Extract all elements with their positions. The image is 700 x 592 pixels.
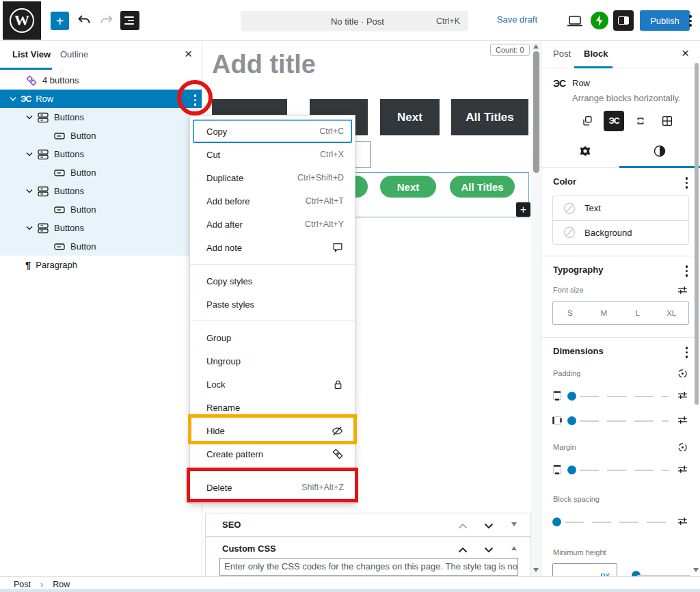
chevron-down-icon[interactable]: [25, 226, 34, 230]
expand-triangle-icon[interactable]: [511, 546, 517, 550]
text-color-row[interactable]: Text: [553, 196, 688, 220]
jetpack-icon[interactable]: [591, 12, 608, 29]
slider-track[interactable]: [580, 396, 669, 398]
sidebar-scrollbar-thumb[interactable]: [695, 63, 699, 405]
menu-item-rename[interactable]: Rename: [190, 396, 355, 419]
more-options-icon[interactable]: [689, 15, 692, 27]
slider-settings-icon[interactable]: [676, 389, 689, 405]
custom-css-textarea[interactable]: Enter only the CSS codes for the changes…: [219, 558, 518, 576]
publish-button[interactable]: Publish: [640, 10, 690, 31]
menu-item-create-pattern[interactable]: Create pattern: [190, 442, 355, 466]
block-append-button[interactable]: +: [516, 202, 530, 217]
chevron-up-icon[interactable]: [458, 520, 468, 532]
font-size-settings-icon[interactable]: [676, 284, 689, 299]
dark-button-next[interactable]: Next: [380, 99, 440, 135]
settings-sidebar-toggle[interactable]: [613, 10, 634, 31]
slider-track[interactable]: [565, 522, 669, 524]
slider-handle[interactable]: [552, 517, 561, 526]
link-sides-icon[interactable]: [676, 367, 689, 383]
link-sides-icon[interactable]: [676, 441, 689, 457]
row-variation-icon[interactable]: ЭС: [604, 111, 624, 131]
save-draft-button[interactable]: Save draft: [497, 14, 537, 25]
chevron-down-icon[interactable]: [25, 152, 34, 157]
custom-css-metabox[interactable]: Custom CSS Enter only the CSS codes for …: [205, 537, 531, 576]
menu-item-group[interactable]: Group: [190, 326, 355, 349]
tree-item-pattern[interactable]: 4 buttons: [0, 71, 202, 90]
menu-item-add-before[interactable]: Add before Ctrl+Alt+T: [190, 189, 355, 213]
background-color-row[interactable]: Background: [553, 220, 688, 244]
tree-item-buttons[interactable]: Buttons: [0, 145, 202, 163]
menu-item-hide[interactable]: Hide: [190, 419, 355, 442]
tab-outline[interactable]: Outline: [60, 49, 88, 59]
block-options-kebab-icon[interactable]: [194, 94, 197, 106]
post-title-placeholder[interactable]: Add title: [212, 50, 316, 79]
group-variation-icon[interactable]: [577, 111, 597, 131]
add-block-button[interactable]: +: [51, 12, 69, 30]
font-size-m[interactable]: M: [587, 302, 621, 324]
document-overview-toggle[interactable]: [120, 11, 139, 30]
green-button-all-titles[interactable]: All Titles: [450, 176, 515, 198]
close-icon[interactable]: ×: [682, 46, 689, 61]
tab-list-view[interactable]: List View: [12, 49, 51, 59]
tree-item-buttons[interactable]: Buttons: [0, 182, 202, 200]
chevron-up-icon[interactable]: [458, 543, 468, 556]
slider-handle[interactable]: [567, 416, 576, 425]
tree-item-buttons[interactable]: Buttons: [0, 108, 202, 126]
scrollbar-thumb[interactable]: [533, 51, 539, 173]
margin-slider[interactable]: [552, 458, 689, 481]
chevron-down-icon[interactable]: [484, 543, 494, 556]
chevron-down-icon[interactable]: [8, 96, 18, 101]
preview-icon[interactable]: [566, 13, 584, 29]
tree-item-button[interactable]: Button: [0, 163, 202, 182]
menu-item-ungroup[interactable]: Ungroup: [190, 349, 355, 373]
tree-item-button[interactable]: Button: [0, 200, 202, 219]
seo-metabox[interactable]: SEO: [205, 513, 531, 537]
scroll-down-icon[interactable]: [693, 568, 699, 572]
stack-variation-icon[interactable]: [630, 111, 651, 131]
breadcrumb-row[interactable]: Row: [53, 580, 70, 589]
chevron-down-icon[interactable]: [484, 520, 494, 532]
menu-item-add-note[interactable]: Add note: [190, 236, 355, 259]
menu-item-cut[interactable]: Cut Ctrl+X: [190, 143, 355, 166]
menu-item-duplicate[interactable]: Duplicate Ctrl+Shift+D: [190, 166, 355, 189]
tree-item-paragraph[interactable]: ¶ Paragraph: [0, 256, 202, 274]
padding-horizontal-slider[interactable]: [552, 409, 689, 432]
menu-item-copy[interactable]: Copy Ctrl+C: [193, 120, 352, 143]
slider-settings-icon[interactable]: [676, 463, 689, 479]
typography-options-icon[interactable]: [686, 265, 688, 277]
menu-item-add-after[interactable]: Add after Ctrl+Alt+Y: [190, 213, 355, 236]
slider-settings-icon[interactable]: [676, 515, 689, 530]
font-size-l[interactable]: L: [621, 302, 655, 324]
menu-item-delete[interactable]: Delete Shift+Alt+Z: [190, 476, 355, 499]
tree-item-button[interactable]: Button: [0, 126, 202, 145]
chevron-down-icon[interactable]: [25, 115, 34, 120]
slider-handle[interactable]: [567, 392, 576, 401]
tab-post[interactable]: Post: [553, 49, 571, 59]
tab-block[interactable]: Block: [584, 49, 608, 59]
command-palette-bar[interactable]: No title · Post Ctrl+K: [241, 11, 468, 31]
menu-item-copy-styles[interactable]: Copy styles: [190, 269, 355, 293]
tree-item-buttons[interactable]: Buttons: [0, 219, 202, 237]
tree-item-row-selected[interactable]: ЭС Row: [0, 90, 202, 108]
slider-track[interactable]: [580, 420, 669, 422]
slider-settings-icon[interactable]: [676, 414, 689, 429]
color-options-icon[interactable]: [686, 177, 688, 189]
slider-handle[interactable]: [567, 466, 576, 474]
menu-item-lock[interactable]: Lock: [190, 373, 355, 396]
canvas-scrollbar[interactable]: [531, 42, 541, 576]
redo-icon[interactable]: [98, 12, 115, 29]
font-size-s[interactable]: S: [553, 302, 587, 324]
scroll-up-icon[interactable]: [533, 44, 539, 49]
wordpress-logo[interactable]: W: [3, 1, 41, 40]
dimensions-options-icon[interactable]: [686, 347, 688, 358]
menu-item-paste-styles[interactable]: Paste styles: [190, 293, 355, 316]
chevron-down-icon[interactable]: [25, 189, 34, 193]
green-button-next[interactable]: Next: [380, 176, 436, 198]
tree-item-button[interactable]: Button: [0, 237, 202, 256]
grid-variation-icon[interactable]: [657, 111, 677, 131]
undo-icon[interactable]: [76, 12, 92, 29]
slider-track[interactable]: [580, 470, 669, 472]
settings-gear-icon[interactable]: [578, 144, 593, 161]
font-size-xl[interactable]: XL: [655, 302, 689, 324]
breadcrumb-post[interactable]: Post: [14, 580, 31, 589]
